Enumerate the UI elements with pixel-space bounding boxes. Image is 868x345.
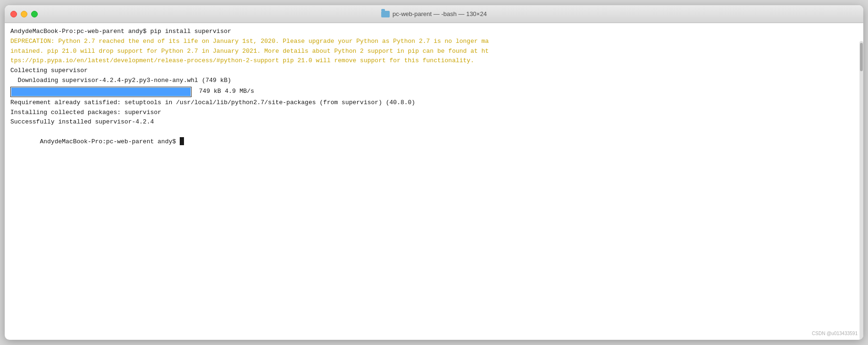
line-prompt: AndydeMacBook-Pro:pc-web-parent andy$ <box>10 127 858 156</box>
line-installing: Installing collected packages: superviso… <box>10 108 858 118</box>
folder-icon <box>381 11 390 17</box>
progress-text: 749 kB 4.9 MB/s <box>195 87 254 97</box>
progress-bar <box>11 88 191 96</box>
title-bar: pc-web-parent — -bash — 130×24 <box>5 5 863 23</box>
traffic-lights <box>10 11 38 17</box>
line-command: AndydeMacBook-Pro:pc-web-parent andy$ pi… <box>10 27 858 37</box>
watermark: CSDN @u013433591 <box>812 331 858 336</box>
cursor <box>180 137 184 145</box>
maximize-button[interactable] <box>31 11 38 17</box>
scrollbar-thumb[interactable] <box>860 43 863 71</box>
title-text: pc-web-parent — -bash — 130×24 <box>392 10 487 17</box>
window-title: pc-web-parent — -bash — 130×24 <box>381 10 487 17</box>
progress-line: 749 kB 4.9 MB/s <box>10 87 858 97</box>
line-downloading: Downloading supervisor-4.2.4-py2.py3-non… <box>10 76 858 86</box>
scrollbar[interactable] <box>860 41 863 340</box>
line-deprecation-2: intained. pip 21.0 will drop support for… <box>10 47 858 57</box>
line-requirement: Requirement already satisfied: setuptool… <box>10 98 858 108</box>
line-collecting: Collecting supervisor <box>10 66 858 76</box>
minimize-button[interactable] <box>21 11 27 17</box>
line-deprecation-1: DEPRECATION: Python 2.7 reached the end … <box>10 37 858 47</box>
line-deprecation-3: tps://pip.pypa.io/en/latest/development/… <box>10 56 858 66</box>
terminal-wrapper: AndydeMacBook-Pro:pc-web-parent andy$ pi… <box>5 23 863 340</box>
prompt-text: AndydeMacBook-Pro:pc-web-parent andy$ <box>40 138 179 145</box>
close-button[interactable] <box>10 11 17 17</box>
progress-fill <box>11 88 191 96</box>
terminal-window: pc-web-parent — -bash — 130×24 AndydeMac… <box>5 5 863 340</box>
line-success: Successfully installed supervisor-4.2.4 <box>10 117 858 127</box>
terminal-content[interactable]: AndydeMacBook-Pro:pc-web-parent andy$ pi… <box>5 23 863 161</box>
progress-bar-border <box>10 87 192 97</box>
